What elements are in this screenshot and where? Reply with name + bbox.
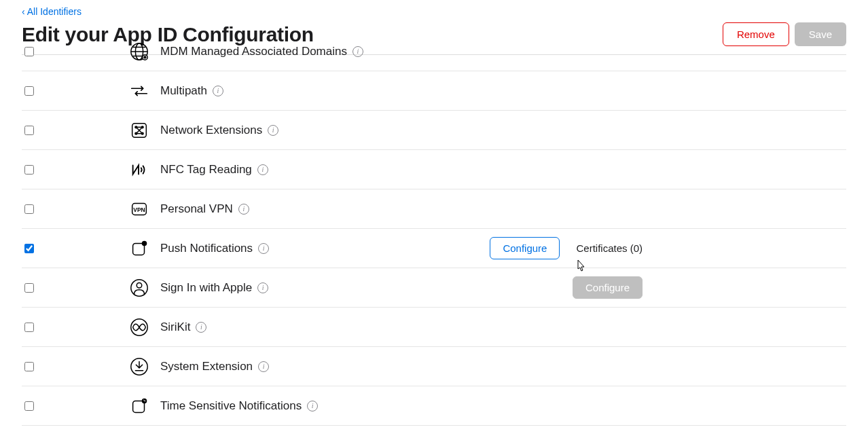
capability-row-system-extension: System Extension i <box>22 347 846 386</box>
capability-row-sirikit: SiriKit i <box>22 308 846 347</box>
back-link-all-identifiers[interactable]: ‹ All Identifiers <box>22 6 82 17</box>
capability-checkbox-system-extension[interactable] <box>24 362 34 371</box>
capability-row-nfc: NFC Tag Reading i <box>22 150 846 189</box>
nfc-icon <box>129 160 149 180</box>
info-icon[interactable]: i <box>196 322 206 333</box>
info-icon[interactable]: i <box>258 243 269 254</box>
capability-checkbox-mdm[interactable] <box>24 47 34 56</box>
capability-row-sign-in-apple: Sign In with Apple i Configure <box>22 268 846 308</box>
capability-row-time-sensitive: Time Sensitive Notifications i <box>22 386 846 426</box>
capability-label: Time Sensitive Notifications <box>160 399 302 413</box>
header-actions: Remove Save <box>723 22 846 46</box>
capability-checkbox-sign-in-apple[interactable] <box>24 283 34 293</box>
info-icon[interactable]: i <box>307 401 318 411</box>
info-icon[interactable]: i <box>213 86 223 96</box>
info-icon[interactable]: i <box>268 125 278 136</box>
capability-checkbox-time-sensitive[interactable] <box>24 401 34 411</box>
capability-label: Multipath <box>160 84 207 98</box>
capability-row-vpn: VPN Personal VPN i <box>22 189 846 229</box>
info-icon[interactable]: i <box>257 282 268 293</box>
time-sensitive-icon <box>129 396 149 416</box>
capability-label: Push Notifications <box>160 242 253 255</box>
capability-checkbox-nfc[interactable] <box>24 165 34 175</box>
capability-checkbox-push[interactable] <box>24 244 34 253</box>
info-icon[interactable]: i <box>258 361 269 372</box>
sign-in-apple-icon <box>129 278 149 298</box>
configure-button-push[interactable]: Configure <box>490 237 560 259</box>
capability-list: MDM Managed Associated Domains i Multipa… <box>22 54 846 426</box>
certificates-count: Certificates (0) <box>576 242 643 254</box>
capability-label: Personal VPN <box>160 202 233 216</box>
capability-label: MDM Managed Associated Domains <box>160 45 347 58</box>
info-icon[interactable]: i <box>238 204 249 215</box>
page-title: Edit your App ID Configuration <box>22 23 314 46</box>
capability-label: NFC Tag Reading <box>160 163 252 177</box>
capability-label: SiriKit <box>160 320 190 334</box>
system-extension-icon <box>129 356 149 377</box>
network-extensions-icon <box>129 120 149 141</box>
capability-label: System Extension <box>160 360 253 373</box>
configure-button-sign-in-apple: Configure <box>573 276 643 299</box>
capability-row-push: Push Notifications i Configure Certifica… <box>22 229 846 268</box>
save-button: Save <box>795 22 846 46</box>
svg-point-19 <box>142 240 147 246</box>
capability-row-multipath: Multipath i <box>22 71 846 111</box>
capability-checkbox-multipath[interactable] <box>24 86 34 96</box>
globe-gear-icon <box>129 41 149 62</box>
svg-text:VPN: VPN <box>133 206 145 213</box>
capability-checkbox-vpn[interactable] <box>24 204 34 214</box>
info-icon[interactable]: i <box>257 164 268 175</box>
remove-button[interactable]: Remove <box>723 22 789 46</box>
capability-checkbox-network-extensions[interactable] <box>24 126 34 135</box>
push-notifications-icon <box>129 238 149 259</box>
info-icon[interactable]: i <box>352 46 363 57</box>
capability-checkbox-sirikit[interactable] <box>24 323 34 332</box>
multipath-icon <box>129 81 149 101</box>
capability-label: Network Extensions <box>160 124 262 137</box>
svg-point-21 <box>137 282 142 288</box>
sirikit-icon <box>129 317 149 337</box>
vpn-icon: VPN <box>129 199 149 219</box>
svg-point-6 <box>144 56 146 58</box>
capability-row-network-extensions: Network Extensions i <box>22 111 846 150</box>
capability-label: Sign In with Apple <box>160 281 252 295</box>
